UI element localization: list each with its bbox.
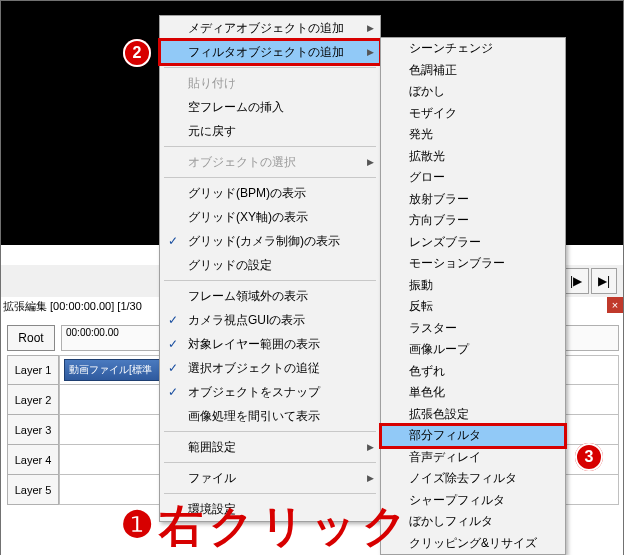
menu-item-label: カメラ視点GUIの表示 [188,312,305,329]
submenu-item[interactable]: 拡散光 [381,146,565,168]
submenu-item-label: 放射ブラー [409,191,469,208]
submenu-item-label: モザイク [409,105,457,122]
menu-item[interactable]: ✓カメラ視点GUIの表示 [160,308,380,332]
submenu-item[interactable]: 方向ブラー [381,210,565,232]
submenu-item-label: ぼかし [409,83,445,100]
submenu-item[interactable]: 単色化 [381,382,565,404]
submenu-item-label: 音声ディレイ [409,449,481,466]
menu-item[interactable]: グリッド(BPM)の表示 [160,181,380,205]
menu-item[interactable]: 元に戻す [160,119,380,143]
submenu-item-label: ぼかしフィルタ [409,513,493,530]
timeline-title: 拡張編集 [00:00:00.00] [1/30 [3,299,142,314]
submenu-item[interactable]: 反転 [381,296,565,318]
menu-item[interactable]: 範囲設定 [160,435,380,459]
menu-item[interactable]: ✓対象レイヤー範囲の表示 [160,332,380,356]
submenu-item[interactable]: グロー [381,167,565,189]
app-root: |◀ ◀| ▶ |▶ ▶| 拡張編集 [00:00:00.00] [1/30 ×… [0,0,624,555]
filter-submenu: シーンチェンジ色調補正ぼかしモザイク発光拡散光グロー放射ブラー方向ブラーレンズブ… [380,37,566,555]
menu-item-label: オブジェクトをスナップ [188,384,320,401]
menu-item[interactable]: グリッドの設定 [160,253,380,277]
submenu-item-label: シーンチェンジ [409,40,493,57]
submenu-item-label: ノイズ除去フィルタ [409,470,517,487]
submenu-item[interactable]: 部分フィルタ [381,425,565,447]
menu-item-label: メディアオブジェクトの追加 [188,20,344,37]
check-icon: ✓ [166,385,180,399]
ruler-start-time: 00:00:00.00 [66,327,119,338]
menu-item[interactable]: ファイル [160,466,380,490]
layer-label[interactable]: Layer 5 [7,475,59,505]
menu-item: 貼り付け [160,71,380,95]
submenu-item[interactable]: モザイク [381,103,565,125]
submenu-item-label: 単色化 [409,384,445,401]
menu-item[interactable]: メディアオブジェクトの追加 [160,16,380,40]
submenu-item[interactable]: モーションブラー [381,253,565,275]
menu-item-label: 画像処理を間引いて表示 [188,408,320,425]
forward-button[interactable]: ▶| [591,268,617,294]
submenu-item[interactable]: レンズブラー [381,232,565,254]
submenu-item-label: グロー [409,169,445,186]
submenu-item[interactable]: 拡張色設定 [381,404,565,426]
submenu-item-label: 拡散光 [409,148,445,165]
submenu-item[interactable]: ラスター [381,318,565,340]
submenu-item-label: 方向ブラー [409,212,469,229]
layer-label[interactable]: Layer 2 [7,385,59,415]
context-menu: メディアオブジェクトの追加フィルタオブジェクトの追加貼り付け空フレームの挿入元に… [159,15,381,522]
menu-item-label: フィルタオブジェクトの追加 [188,44,344,61]
submenu-item[interactable]: ノイズ除去フィルタ [381,468,565,490]
submenu-item[interactable]: 色調補正 [381,60,565,82]
submenu-item-label: シャープフィルタ [409,492,505,509]
menu-item-label: 空フレームの挿入 [188,99,284,116]
layer-label[interactable]: Layer 1 [7,355,59,385]
annotation-badge-2: 2 [123,39,151,67]
menu-item[interactable]: フィルタオブジェクトの追加 [160,40,380,64]
menu-item[interactable]: グリッド(XY軸)の表示 [160,205,380,229]
check-icon: ✓ [166,234,180,248]
submenu-item-label: クリッピング&リサイズ [409,535,537,552]
root-button[interactable]: Root [7,325,55,351]
submenu-item[interactable]: 発光 [381,124,565,146]
check-icon: ✓ [166,337,180,351]
submenu-item-label: 部分フィルタ [409,427,481,444]
check-icon: ✓ [166,313,180,327]
submenu-item-label: 画像ループ [409,341,469,358]
submenu-item-label: 振動 [409,277,433,294]
menu-item[interactable]: ✓選択オブジェクトの追従 [160,356,380,380]
submenu-item[interactable]: 放射ブラー [381,189,565,211]
menu-item-label: グリッド(BPM)の表示 [188,185,306,202]
submenu-item-label: 色調補正 [409,62,457,79]
menu-item-label: グリッド(XY軸)の表示 [188,209,308,226]
menu-item-label: 選択オブジェクトの追従 [188,360,320,377]
close-icon[interactable]: × [607,297,623,313]
annotation-text-1: 右クリック [159,501,413,550]
submenu-item-label: 発光 [409,126,433,143]
annotation-num-1: ❶ [121,504,159,545]
layer-labels: Layer 1 Layer 2 Layer 3 Layer 4 Layer 5 [7,355,59,505]
menu-item-label: オブジェクトの選択 [188,154,296,171]
layer-label[interactable]: Layer 4 [7,445,59,475]
step-forward-button[interactable]: |▶ [563,268,589,294]
menu-item[interactable]: 画像処理を間引いて表示 [160,404,380,428]
menu-item[interactable]: 空フレームの挿入 [160,95,380,119]
menu-item-label: ファイル [188,470,236,487]
menu-item-label: 範囲設定 [188,439,236,456]
layer-label[interactable]: Layer 3 [7,415,59,445]
menu-item: オブジェクトの選択 [160,150,380,174]
menu-item[interactable]: フレーム領域外の表示 [160,284,380,308]
submenu-item-label: 反転 [409,298,433,315]
menu-item[interactable]: ✓グリッド(カメラ制御)の表示 [160,229,380,253]
menu-item-label: グリッドの設定 [188,257,272,274]
submenu-item[interactable]: シーンチェンジ [381,38,565,60]
submenu-item[interactable]: 振動 [381,275,565,297]
menu-item-label: グリッド(カメラ制御)の表示 [188,233,340,250]
menu-item-label: フレーム領域外の表示 [188,288,308,305]
submenu-item-label: モーションブラー [409,255,505,272]
submenu-item[interactable]: 色ずれ [381,361,565,383]
submenu-item[interactable]: ぼかし [381,81,565,103]
submenu-item[interactable]: 音声ディレイ [381,447,565,469]
submenu-item[interactable]: 画像ループ [381,339,565,361]
submenu-item-label: ラスター [409,320,457,337]
annotation-badge-3: 3 [575,443,603,471]
menu-item[interactable]: ✓オブジェクトをスナップ [160,380,380,404]
menu-item-label: 貼り付け [188,75,236,92]
menu-item-label: 対象レイヤー範囲の表示 [188,336,320,353]
